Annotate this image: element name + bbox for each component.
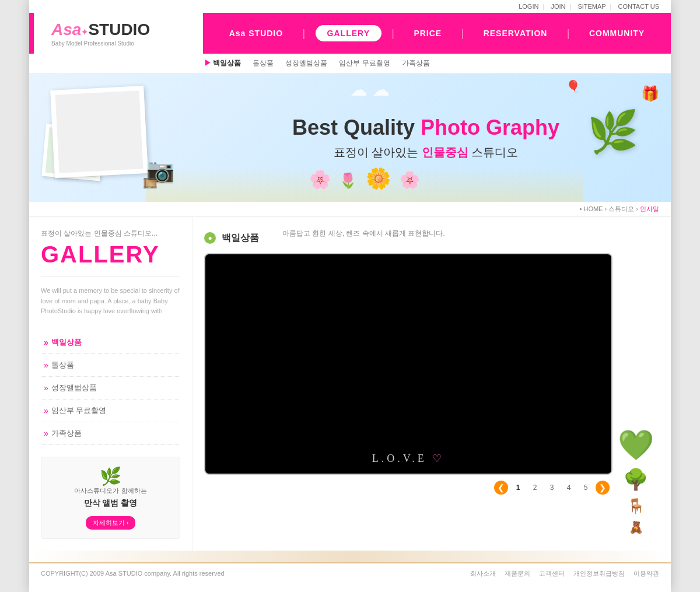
section-header: ● 백일상품 아름답고 환한 세상, 렌즈 속에서 새롭게 표현합니다. xyxy=(204,229,659,247)
sidebar-menu-family[interactable]: 가족상품 xyxy=(41,422,180,445)
sidebar-description: We will put a memory to be special to si… xyxy=(41,276,180,317)
logo-star: ✦ xyxy=(81,27,88,37)
subnav-item-maternity[interactable]: 임산부 무료촬영 xyxy=(339,58,390,68)
leaf-icon: 🌿 xyxy=(50,466,171,486)
hero-kr-end: 스튜디오 xyxy=(471,146,518,159)
subnav-item-family[interactable]: 가족상품 xyxy=(402,58,430,68)
bc-home[interactable]: HOME xyxy=(583,205,603,212)
logo-asa: Asa xyxy=(51,20,81,38)
sidebar-advertisement: 🌿 아사스튜디오가 함께하는 만삭 앨범 촬영 자세히보기 › xyxy=(41,457,180,539)
ad-top-text: 아사스튜디오가 함께하는 xyxy=(50,486,171,495)
love-text: L.O.V.E xyxy=(372,453,427,464)
footer-copyright: COPYRIGHT(C) 2009 Asa STUDIO company. Al… xyxy=(41,570,225,577)
contact-link[interactable]: CONTACT US xyxy=(618,3,660,10)
subnav-item-album[interactable]: 성장앨범상품 xyxy=(285,58,327,68)
login-link[interactable]: LOGIN xyxy=(519,3,538,10)
section-icon: ● xyxy=(204,232,216,244)
sitemap-link[interactable]: SITEMAP xyxy=(578,3,606,10)
sub-navigation: 백일상품 돌상품 성장앨범상품 임산부 무료촬영 가족상품 xyxy=(29,54,671,73)
wave-divider xyxy=(29,551,671,562)
logo-studio: STUDIO xyxy=(88,20,150,38)
page-1-button[interactable]: 1 xyxy=(511,481,525,495)
section-description: 아름답고 환한 세상, 렌즈 속에서 새롭게 표현합니다. xyxy=(282,229,445,239)
footer-privacy[interactable]: 개인정보취급방침 xyxy=(573,569,625,578)
hero-banner: ☁ ☁ 📷 🎞️ Best Quality Photo Graphy 표정이 살… xyxy=(29,73,671,202)
page-5-button[interactable]: 5 xyxy=(579,481,593,495)
nav-item-gallery[interactable]: GALLERY xyxy=(316,25,382,41)
sidebar-tagline: 표정이 살아있는 인물중심 스튜디오... xyxy=(41,229,180,239)
logo-area: Asa✦STUDIO Baby Model Professional Studi… xyxy=(40,20,203,47)
join-link[interactable]: JOIN xyxy=(551,3,565,10)
nav-item-studio[interactable]: Asa STUDIO xyxy=(220,24,292,43)
page-3-button[interactable]: 3 xyxy=(545,481,559,495)
ad-title: 만삭 앨범 촬영 xyxy=(50,498,171,509)
next-page-button[interactable]: ❯ xyxy=(596,481,610,495)
main-navigation: Asa STUDIO | GALLERY | PRICE | RESERVATI… xyxy=(203,13,671,54)
subnav-item-baekil[interactable]: 백일상품 xyxy=(204,58,241,68)
breadcrumb: • HOME › 스튜디오 › 인사말 xyxy=(29,202,671,217)
heart-icon: ♡ xyxy=(432,453,444,464)
ad-button[interactable]: 자세히보기 › xyxy=(86,516,136,530)
heart-tree-icon: 💚 xyxy=(618,428,654,462)
tree-icon: 🌳 xyxy=(623,468,649,492)
hero-title: Best Quality Photo Graphy xyxy=(192,115,659,140)
hero-kr-pink: 인물중심 xyxy=(422,146,468,159)
footer: COPYRIGHT(C) 2009 Asa STUDIO company. Al… xyxy=(29,562,671,584)
clouds-decoration: ☁ ☁ xyxy=(350,79,390,100)
footer-about[interactable]: 회사소개 xyxy=(470,569,496,578)
content-area: ● 백일상품 아름답고 환한 세상, 렌즈 속에서 새롭게 표현합니다. L.O… xyxy=(192,217,671,551)
gallery-main-area: L.O.V.E ♡ ❮ 1 2 3 4 5 ❯ xyxy=(204,253,612,495)
right-decoration: 💚 🌳 🪑 🧸 xyxy=(612,253,659,534)
logo-pink-accent xyxy=(29,13,34,54)
bench-icon: 🪑 xyxy=(627,498,645,514)
pagination: ❮ 1 2 3 4 5 ❯ xyxy=(204,481,612,495)
main-content: 표정이 살아있는 인물중심 스튜디오... GALLERY We will pu… xyxy=(29,217,671,551)
prev-page-button[interactable]: ❮ xyxy=(494,481,508,495)
photo-frame-main xyxy=(50,86,148,178)
footer-inquiry[interactable]: 제품문의 xyxy=(505,569,530,578)
balloon-icon: 🎈 xyxy=(566,79,580,93)
hero-center-text: Best Quality Photo Graphy 표정이 살아있는 인물중심 … xyxy=(192,115,659,160)
logo-subtitle: Baby Model Professional Studio xyxy=(51,40,203,47)
bc-current: 인사말 xyxy=(640,205,659,212)
bear-icon: 🧸 xyxy=(629,520,643,534)
flowers-decoration: 🌸 🌷 🌼 🌸 xyxy=(146,167,583,202)
hero-kr-normal: 표정이 살아있는 xyxy=(334,146,419,159)
sidebar-gallery-title: GALLERY xyxy=(41,241,180,268)
sidebar-menu-maternity[interactable]: 임산부 무료촬영 xyxy=(41,400,180,422)
page-2-button[interactable]: 2 xyxy=(528,481,542,495)
footer-support[interactable]: 고객센터 xyxy=(539,569,565,578)
bc-studio[interactable]: 스튜디오 xyxy=(608,205,634,212)
footer-links: 회사소개 제품문의 고객센터 개인정보취급방침 이용약관 xyxy=(470,569,659,578)
hero-subtitle-korean: 표정이 살아있는 인물중심 스튜디오 xyxy=(192,145,659,160)
gift-icon: 🎁 xyxy=(641,85,659,102)
hero-title-black: Best Quality xyxy=(292,115,415,139)
nav-item-price[interactable]: PRICE xyxy=(404,24,451,43)
gallery-display[interactable]: L.O.V.E ♡ xyxy=(204,253,612,475)
hero-title-pink: Photo Graphy xyxy=(421,115,559,139)
nav-item-reservation[interactable]: RESERVATION xyxy=(474,24,557,43)
subnav-item-dol[interactable]: 돌상품 xyxy=(253,58,274,68)
sidebar-menu-baekil[interactable]: 백일상품 xyxy=(41,331,180,354)
section-title: 백일상품 xyxy=(222,232,259,244)
nav-item-community[interactable]: COMMUNITY xyxy=(580,24,654,43)
sidebar-menu: 백일상품 돌상품 성장앨범상품 임산부 무료촬영 가족상품 xyxy=(41,331,180,445)
footer-terms[interactable]: 이용약관 xyxy=(634,569,659,578)
sidebar: 표정이 살아있는 인물중심 스튜디오... GALLERY We will pu… xyxy=(29,217,192,551)
gallery-content-row: L.O.V.E ♡ ❮ 1 2 3 4 5 ❯ xyxy=(204,253,659,534)
page-4-button[interactable]: 4 xyxy=(562,481,576,495)
gallery-watermark: L.O.V.E ♡ xyxy=(372,452,445,465)
sidebar-menu-album[interactable]: 성장앨범상품 xyxy=(41,377,180,400)
logo-title[interactable]: Asa✦STUDIO xyxy=(51,20,203,39)
sidebar-menu-dol[interactable]: 돌상품 xyxy=(41,354,180,377)
